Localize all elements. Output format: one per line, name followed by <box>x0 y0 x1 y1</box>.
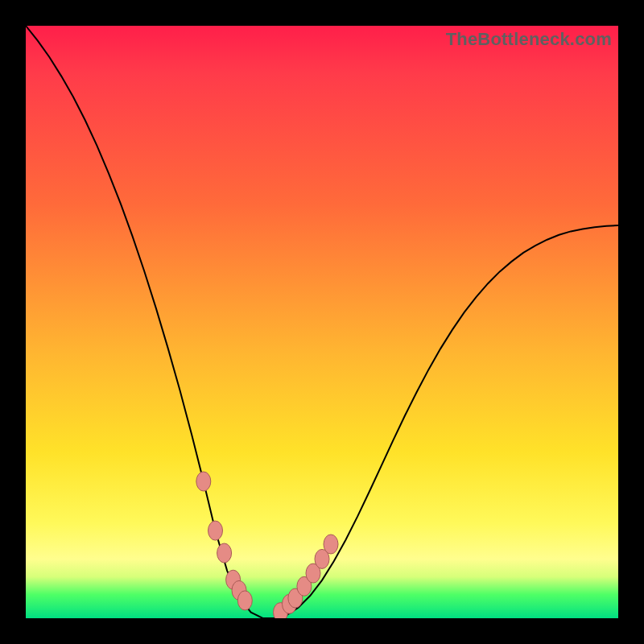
curve-marker <box>237 591 252 610</box>
curve-marker <box>274 603 288 618</box>
curve-marker <box>217 543 232 563</box>
curve-marker <box>196 472 211 491</box>
curve-marker <box>208 521 223 540</box>
curve-line <box>26 26 618 618</box>
curve-marker <box>226 570 241 589</box>
chart-plot-area: TheBottleneck.com <box>26 26 618 618</box>
curve-marker <box>324 535 338 554</box>
curve-marker <box>283 594 297 613</box>
chart-frame: TheBottleneck.com <box>0 0 644 644</box>
curve-marker <box>297 576 312 596</box>
bottleneck-curve <box>26 26 618 618</box>
curve-marker <box>232 580 246 600</box>
watermark-text: TheBottleneck.com <box>446 29 612 50</box>
curve-marker <box>306 564 320 583</box>
curve-marker <box>315 549 329 568</box>
curve-markers <box>196 472 338 618</box>
curve-marker <box>288 588 303 608</box>
